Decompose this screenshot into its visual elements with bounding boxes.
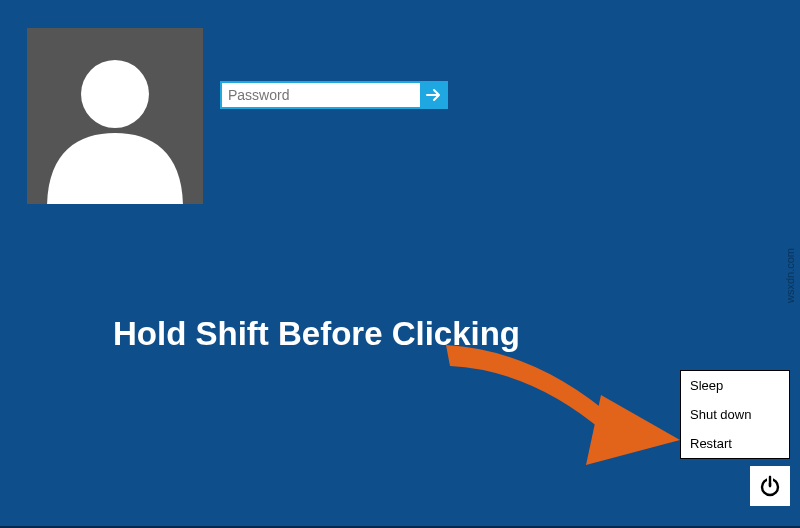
- user-avatar: [27, 28, 203, 204]
- menu-item-label: Shut down: [690, 407, 751, 422]
- person-icon: [27, 28, 203, 204]
- arrow-pointer-icon: [436, 330, 696, 490]
- power-menu-item-restart[interactable]: Restart: [681, 429, 789, 458]
- svg-point-0: [81, 60, 149, 128]
- menu-item-label: Sleep: [690, 378, 723, 393]
- power-menu-item-sleep[interactable]: Sleep: [681, 371, 789, 400]
- power-icon: [758, 474, 782, 498]
- password-input[interactable]: [220, 81, 420, 109]
- watermark: wsxdn.com: [784, 248, 796, 303]
- power-menu-item-shutdown[interactable]: Shut down: [681, 400, 789, 429]
- power-menu: Sleep Shut down Restart: [680, 370, 790, 459]
- power-button[interactable]: [750, 466, 790, 506]
- password-submit-button[interactable]: [420, 81, 448, 109]
- instruction-text: Hold Shift Before Clicking: [113, 315, 520, 353]
- arrow-right-icon: [426, 88, 442, 102]
- password-field-group: [220, 81, 448, 109]
- menu-item-label: Restart: [690, 436, 732, 451]
